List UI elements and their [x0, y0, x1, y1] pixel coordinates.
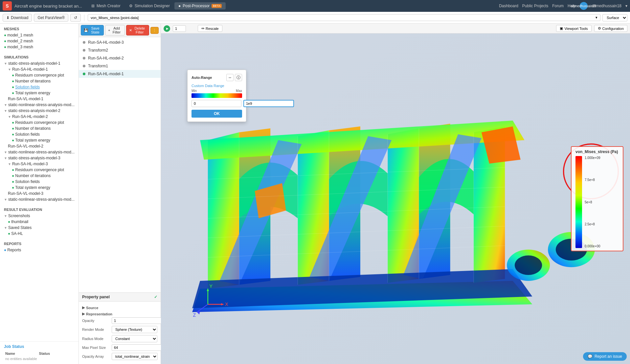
sim-iterations-1[interactable]: ● Number of iterations [0, 78, 79, 84]
filter-item-run-sa-hl-model-1[interactable]: Run-SA-HL-model-1 [79, 70, 161, 78]
sim-static-stress-3[interactable]: ▼ static-stress-analysis-model-3 [0, 155, 79, 161]
viewport-icon: ▣ [560, 26, 563, 31]
range-info-icon[interactable]: ⓘ [235, 74, 242, 81]
sim-total-energy-3[interactable]: ● Total system energy [0, 185, 79, 191]
mesh-model-1[interactable]: ● model_1 mesh [0, 32, 79, 38]
app-title: Aircraft engine bearing bracket an... [14, 4, 82, 9]
mesh-model-2[interactable]: ● model_2 mesh [0, 38, 79, 44]
filter-item-run-sa-hl-model-3[interactable]: Run-SA-HL-model-3 [79, 38, 161, 46]
green-dot-icon: ● [8, 219, 10, 224]
mesh-model-3[interactable]: ● model_3 mesh [0, 44, 79, 50]
sim-run-sa-vl-2[interactable]: Run-SA-VL-model-2 [0, 143, 79, 149]
sim-run-sa-vl-3[interactable]: Run-SA-VL-model-3 [0, 191, 79, 196]
frame-input[interactable] [173, 25, 186, 32]
filter-item-transform1[interactable]: Transform1 [79, 62, 161, 70]
nav-dashboard[interactable]: Dashboard [499, 4, 518, 8]
saved-states-item[interactable]: ▼ Saved States [0, 225, 79, 231]
max-pixel-size-row: Max Pixel Size 64 [82, 344, 157, 351]
field-dropdown[interactable]: von_Mises_stress [point-data] ▾ [88, 14, 600, 21]
sim-solution-fields-2[interactable]: ● Solution fields [0, 131, 79, 137]
filter-item-run-sa-hl-model-2[interactable]: Run-SA-HL-model-2 [79, 54, 161, 62]
tab-post-processor[interactable]: ● Post-Processor BETA [174, 2, 226, 10]
render-mode-select[interactable]: Sphere (Texture) [112, 326, 157, 333]
arrow-icon: ▶ [82, 312, 85, 316]
sim-static-stress-2[interactable]: ▼ static-stress-analysis-model-2 [0, 108, 79, 114]
sim-iterations-2[interactable]: ● Number of iterations [0, 125, 79, 131]
save-icon: 💾 [84, 28, 88, 33]
source-title: ▶ Source [82, 306, 157, 310]
tab-mesh-creator[interactable]: ⊞ Mesh Creator [87, 2, 124, 10]
opacity-array-select[interactable]: total_nonlinear_strain [112, 353, 158, 360]
nav-right: Dashboard Public Projects Forum Help ahm… [499, 2, 627, 10]
tab-simulation-designer[interactable]: ⚙ Simulation Designer [125, 2, 174, 10]
download-icon: ⬇ [6, 15, 10, 20]
radius-mode-select[interactable]: Constant [112, 335, 157, 342]
download-button[interactable]: ⬇ Download [3, 14, 32, 22]
user-menu-arrow[interactable]: ▾ [625, 4, 627, 8]
sa-hl-item[interactable]: ● SA-HL [0, 231, 79, 237]
filter-item-transform2[interactable]: Transform2 [79, 46, 161, 54]
sim-residuum-3[interactable]: ● Residuum convergence plot [0, 167, 79, 173]
sim-static-nonlinear-1[interactable]: ▼ static-nonlinear-stress-analysis-mod..… [0, 102, 79, 108]
report-issue-button[interactable]: 💬 Report an issue [583, 352, 627, 361]
expand-icon: ▼ [4, 109, 7, 113]
thumbnail-item[interactable]: ● thumbnail [0, 219, 79, 225]
save-state-button[interactable]: 💾 Save State [81, 25, 104, 35]
sim-iterations-3[interactable]: ● Number of iterations [0, 173, 79, 179]
viewport-area: ⇔ Rescale ▣ Viewport Tools ⚙ Configurati… [161, 24, 630, 364]
range-icon-1[interactable]: -- [226, 74, 234, 81]
sim-solution-fields-1[interactable]: ● Solution fields [0, 84, 79, 90]
configuration-button[interactable]: ⚙ Configuration [594, 25, 627, 32]
legend-gradient [575, 156, 582, 248]
rescale-button[interactable]: ⇔ Rescale [198, 25, 222, 32]
sim-static-stress-1[interactable]: ▼ static-stress-analysis-model-1 [0, 60, 79, 66]
nav-public-projects[interactable]: Public Projects [522, 4, 548, 8]
ok-button[interactable]: OK [191, 110, 242, 118]
radius-mode-label: Radius Mode [82, 337, 112, 341]
nav-forum[interactable]: Forum [552, 4, 564, 8]
green-dot-icon: ● [12, 132, 14, 137]
result-eval-section: Result Evaluation ▼ Screenshots ● thumbn… [0, 204, 79, 239]
get-paraview-button[interactable]: Get ParaView® [34, 14, 68, 22]
svg-text:Y: Y [210, 284, 213, 289]
user-avatar[interactable]: ahmedhussain18 [580, 2, 588, 10]
surface-select[interactable]: Surface [602, 14, 627, 21]
sim-run-sa-vl-1[interactable]: Run-SA-VL-model-1 [0, 96, 79, 102]
max-value-input[interactable]: 1e9 [243, 100, 294, 107]
sim-total-energy-2[interactable]: ● Total system energy [0, 137, 79, 143]
sim-residuum-1[interactable]: ● Residuum convergence plot [0, 72, 79, 78]
sim-static-nonlinear-3[interactable]: ▼ static-nonlinear-stress-analysis-mod..… [0, 196, 79, 202]
property-panel-check: ✓ [154, 295, 157, 299]
sim-static-nonlinear-2[interactable]: ▼ static-nonlinear-stress-analysis-mod..… [0, 149, 79, 155]
sim-run-sa-hl-1[interactable]: ▼ Run-SA-HL-model-1 [0, 66, 79, 72]
sim-solution-fields-3[interactable]: ● Solution fields [0, 179, 79, 185]
viewport-tools-button[interactable]: ▣ Viewport Tools [556, 25, 591, 32]
job-status-header: Status [38, 351, 75, 356]
reports-item[interactable]: ● Reports [0, 247, 79, 253]
opacity-input[interactable]: 1 [112, 317, 162, 324]
mesh-creator-label: Mesh Creator [97, 4, 121, 8]
main-layout: Meshes ● model_1 mesh ● model_2 mesh ● m… [0, 24, 630, 364]
sim-residuum-2[interactable]: ● Residuum convergence plot [0, 120, 79, 125]
expand-icon: ▼ [8, 162, 11, 166]
screenshots-item[interactable]: ▼ Screenshots [0, 213, 79, 219]
viewport-canvas[interactable]: X Y Z von_Mises_stress (Pa) 1.000e+09 [161, 34, 630, 364]
filter-options-button[interactable]: ⋮ [150, 27, 159, 34]
play-button[interactable] [164, 25, 170, 32]
green-dot-icon: ● [12, 85, 14, 89]
expand-icon: ▼ [8, 115, 11, 119]
main-toolbar: ⬇ Download Get ParaView® ↺ von_Mises_str… [0, 12, 630, 24]
add-filter-button[interactable]: + Add Filter [105, 25, 125, 35]
max-pixel-size-input[interactable]: 64 [112, 344, 162, 351]
green-dot-icon: ● [4, 33, 6, 37]
refresh-button[interactable]: ↺ [70, 14, 81, 22]
sim-run-sa-hl-2[interactable]: ▼ Run-SA-HL-model-2 [0, 114, 79, 120]
green-dot-icon: ● [4, 39, 6, 43]
sim-total-energy-1[interactable]: ● Total system energy [0, 90, 79, 96]
min-value-input[interactable]: 0 [191, 100, 241, 107]
sim-run-sa-hl-3[interactable]: ▼ Run-SA-HL-model-3 [0, 161, 79, 167]
add-icon: + [108, 28, 110, 32]
delete-filter-button[interactable]: ✕ Delete Filter [126, 25, 149, 35]
user-name[interactable]: ahmedhussain18 [592, 4, 621, 8]
property-panel-header[interactable]: Property panel ✓ [79, 293, 161, 302]
